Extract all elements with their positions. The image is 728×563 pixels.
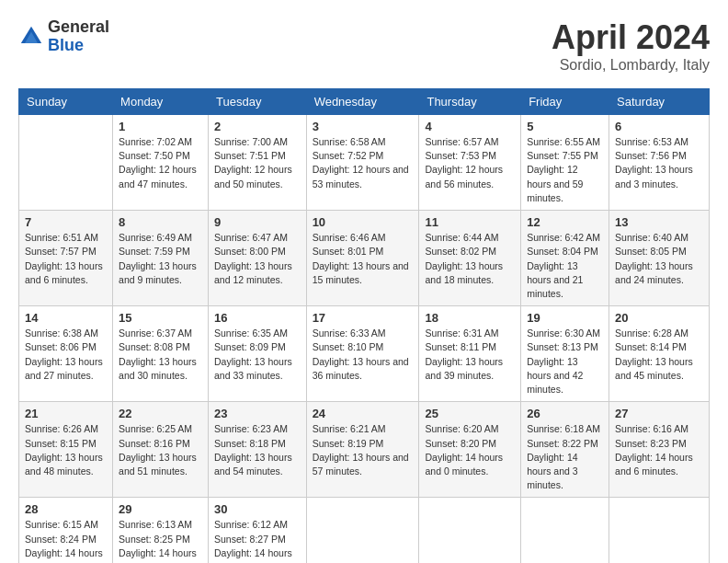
calendar-cell: 15Sunrise: 6:37 AM Sunset: 8:08 PM Dayli… [113,306,209,402]
calendar-week-row: 7Sunrise: 6:51 AM Sunset: 7:57 PM Daylig… [19,211,710,306]
day-number: 2 [214,120,301,133]
calendar-cell: 22Sunrise: 6:25 AM Sunset: 8:16 PM Dayli… [113,402,209,498]
logo-blue: Blue [48,37,109,55]
calendar-cell [609,498,710,563]
calendar-cell: 11Sunrise: 6:44 AM Sunset: 8:02 PM Dayli… [419,211,521,306]
calendar-week-row: 28Sunrise: 6:15 AM Sunset: 8:24 PM Dayli… [19,498,710,563]
day-info: Sunrise: 6:42 AM Sunset: 8:04 PM Dayligh… [527,231,603,301]
day-info: Sunrise: 7:00 AM Sunset: 7:51 PM Dayligh… [214,135,301,191]
day-info: Sunrise: 6:51 AM Sunset: 7:57 PM Dayligh… [25,231,107,287]
calendar-title: April 2024 [552,18,710,57]
page-header: General Blue April 2024 Sordio, Lombardy… [18,18,710,74]
day-info: Sunrise: 6:16 AM Sunset: 8:23 PM Dayligh… [615,422,703,478]
calendar-cell: 8Sunrise: 6:49 AM Sunset: 7:59 PM Daylig… [113,211,209,306]
calendar-week-row: 1Sunrise: 7:02 AM Sunset: 7:50 PM Daylig… [19,115,710,211]
calendar-subtitle: Sordio, Lombardy, Italy [552,57,710,74]
calendar-cell: 13Sunrise: 6:40 AM Sunset: 8:05 PM Dayli… [609,211,710,306]
day-info: Sunrise: 6:38 AM Sunset: 8:06 PM Dayligh… [25,327,107,383]
day-info: Sunrise: 6:55 AM Sunset: 7:55 PM Dayligh… [527,135,603,205]
day-info: Sunrise: 6:30 AM Sunset: 8:13 PM Dayligh… [527,327,603,396]
calendar-cell: 24Sunrise: 6:21 AM Sunset: 8:19 PM Dayli… [306,402,419,498]
day-info: Sunrise: 6:40 AM Sunset: 8:05 PM Dayligh… [615,231,703,287]
col-friday: Friday [521,89,609,115]
calendar-cell: 28Sunrise: 6:15 AM Sunset: 8:24 PM Dayli… [19,498,113,563]
day-info: Sunrise: 6:28 AM Sunset: 8:14 PM Dayligh… [615,327,703,383]
day-info: Sunrise: 6:13 AM Sunset: 8:25 PM Dayligh… [119,518,202,563]
day-number: 10 [313,215,414,229]
calendar-week-row: 21Sunrise: 6:26 AM Sunset: 8:15 PM Dayli… [19,402,710,498]
col-monday: Monday [113,89,209,115]
day-info: Sunrise: 6:21 AM Sunset: 8:19 PM Dayligh… [313,422,414,478]
logo-text: General Blue [48,18,109,55]
calendar-cell: 2Sunrise: 7:00 AM Sunset: 7:51 PM Daylig… [209,115,307,211]
day-number: 1 [119,120,202,133]
day-info: Sunrise: 6:18 AM Sunset: 8:22 PM Dayligh… [527,422,603,492]
calendar-cell: 27Sunrise: 6:16 AM Sunset: 8:23 PM Dayli… [609,402,710,498]
col-tuesday: Tuesday [209,89,307,115]
day-info: Sunrise: 6:44 AM Sunset: 8:02 PM Dayligh… [425,231,515,287]
day-number: 25 [425,407,515,420]
calendar-header: Sunday Monday Tuesday Wednesday Thursday… [19,89,710,115]
calendar-body: 1Sunrise: 7:02 AM Sunset: 7:50 PM Daylig… [19,115,710,564]
calendar-cell: 4Sunrise: 6:57 AM Sunset: 7:53 PM Daylig… [419,115,521,211]
day-number: 16 [214,311,301,325]
calendar-cell [521,498,609,563]
day-number: 9 [214,215,301,229]
day-number: 14 [25,311,107,325]
logo: General Blue [18,18,109,55]
calendar-cell: 9Sunrise: 6:47 AM Sunset: 8:00 PM Daylig… [209,211,307,306]
col-thursday: Thursday [419,89,521,115]
day-info: Sunrise: 6:58 AM Sunset: 7:52 PM Dayligh… [313,135,414,191]
day-number: 17 [313,311,414,325]
day-number: 5 [527,120,603,133]
day-info: Sunrise: 6:37 AM Sunset: 8:08 PM Dayligh… [119,327,202,383]
day-info: Sunrise: 6:20 AM Sunset: 8:20 PM Dayligh… [425,422,515,478]
calendar-cell [306,498,419,563]
day-info: Sunrise: 6:49 AM Sunset: 7:59 PM Dayligh… [119,231,202,287]
day-number: 7 [25,215,107,229]
day-number: 11 [425,215,515,229]
calendar-cell: 16Sunrise: 6:35 AM Sunset: 8:09 PM Dayli… [209,306,307,402]
day-number: 19 [527,311,603,325]
day-number: 8 [119,215,202,229]
calendar-cell: 14Sunrise: 6:38 AM Sunset: 8:06 PM Dayli… [19,306,113,402]
day-info: Sunrise: 6:47 AM Sunset: 8:00 PM Dayligh… [214,231,301,287]
calendar-cell: 3Sunrise: 6:58 AM Sunset: 7:52 PM Daylig… [306,115,419,211]
calendar-cell: 12Sunrise: 6:42 AM Sunset: 8:04 PM Dayli… [521,211,609,306]
day-number: 12 [527,215,603,229]
logo-icon [18,24,44,50]
day-number: 30 [214,502,301,516]
day-info: Sunrise: 6:33 AM Sunset: 8:10 PM Dayligh… [313,327,414,383]
calendar-cell: 6Sunrise: 6:53 AM Sunset: 7:56 PM Daylig… [609,115,710,211]
calendar-cell: 5Sunrise: 6:55 AM Sunset: 7:55 PM Daylig… [521,115,609,211]
calendar-cell: 23Sunrise: 6:23 AM Sunset: 8:18 PM Dayli… [209,402,307,498]
day-number: 21 [25,407,107,420]
day-info: Sunrise: 6:31 AM Sunset: 8:11 PM Dayligh… [425,327,515,383]
calendar-cell: 1Sunrise: 7:02 AM Sunset: 7:50 PM Daylig… [113,115,209,211]
day-info: Sunrise: 6:25 AM Sunset: 8:16 PM Dayligh… [119,422,202,478]
col-wednesday: Wednesday [306,89,419,115]
day-number: 15 [119,311,202,325]
calendar-cell: 10Sunrise: 6:46 AM Sunset: 8:01 PM Dayli… [306,211,419,306]
calendar-cell: 18Sunrise: 6:31 AM Sunset: 8:11 PM Dayli… [419,306,521,402]
calendar-cell: 25Sunrise: 6:20 AM Sunset: 8:20 PM Dayli… [419,402,521,498]
day-info: Sunrise: 6:46 AM Sunset: 8:01 PM Dayligh… [313,231,414,287]
calendar-cell: 30Sunrise: 6:12 AM Sunset: 8:27 PM Dayli… [209,498,307,563]
header-row: Sunday Monday Tuesday Wednesday Thursday… [19,89,710,115]
day-number: 26 [527,407,603,420]
day-number: 3 [313,120,414,133]
day-number: 27 [615,407,703,420]
day-number: 13 [615,215,703,229]
logo-general: General [48,18,109,37]
day-info: Sunrise: 6:26 AM Sunset: 8:15 PM Dayligh… [25,422,107,478]
day-info: Sunrise: 6:35 AM Sunset: 8:09 PM Dayligh… [214,327,301,383]
calendar-cell: 26Sunrise: 6:18 AM Sunset: 8:22 PM Dayli… [521,402,609,498]
col-saturday: Saturday [609,89,710,115]
calendar-cell [19,115,113,211]
calendar-cell: 17Sunrise: 6:33 AM Sunset: 8:10 PM Dayli… [306,306,419,402]
calendar-cell: 20Sunrise: 6:28 AM Sunset: 8:14 PM Dayli… [609,306,710,402]
day-info: Sunrise: 6:53 AM Sunset: 7:56 PM Dayligh… [615,135,703,191]
calendar-cell: 7Sunrise: 6:51 AM Sunset: 7:57 PM Daylig… [19,211,113,306]
calendar-cell: 21Sunrise: 6:26 AM Sunset: 8:15 PM Dayli… [19,402,113,498]
col-sunday: Sunday [19,89,113,115]
